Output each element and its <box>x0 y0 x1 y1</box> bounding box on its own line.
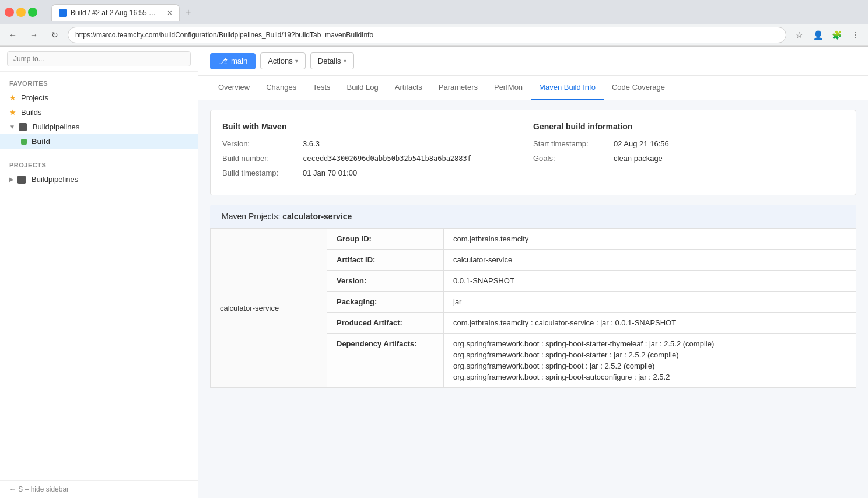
main-branch-btn[interactable]: ⎇ main <box>210 53 256 69</box>
settings-icon[interactable]: ⋮ <box>847 27 863 43</box>
window-close-btn[interactable] <box>5 8 14 17</box>
back-btn[interactable]: ← <box>5 27 21 43</box>
goals-row: Goals: clean package <box>533 154 844 163</box>
title-bar: Build / #2 at 2 Aug 16:55 — Tea... × + <box>0 0 868 24</box>
actions-label: Actions <box>268 57 293 65</box>
maven-projects-section: Maven Projects: calculator-service calcu… <box>210 205 856 388</box>
reload-btn[interactable]: ↻ <box>47 27 63 43</box>
packaging-label: Packaging: <box>327 292 444 313</box>
project-name-cell: calculator-service <box>211 229 327 388</box>
start-timestamp-value: 02 Aug 21 16:56 <box>614 139 669 148</box>
details-label: Details <box>318 57 341 65</box>
tab-title: Build / #2 at 2 Aug 16:55 — Tea... <box>71 9 162 17</box>
favorites-title: FAVORITES <box>0 76 198 90</box>
tab-close-btn[interactable]: × <box>167 8 172 17</box>
main-content: ⎇ main Actions ▾ Details ▾ Overview Chan… <box>198 47 868 498</box>
maven-projects-prefix: Maven Projects: <box>222 212 280 221</box>
goals-value: clean package <box>614 154 663 163</box>
maven-projects-name: calculator-service <box>282 212 352 221</box>
main-branch-label: main <box>231 57 247 65</box>
sidebar-search-area <box>0 47 198 72</box>
version-field-label: Version: <box>327 271 444 292</box>
branch-icon: ⎇ <box>218 57 228 66</box>
tab-strip: Build / #2 at 2 Aug 16:55 — Tea... × + <box>47 3 863 21</box>
search-input[interactable] <box>7 51 191 66</box>
collapse-arrow: ▼ <box>9 124 15 130</box>
maven-info-left: Built with Maven Version: 3.6.3 Build nu… <box>222 122 533 183</box>
forward-btn[interactable]: → <box>26 27 42 43</box>
projects-arrow: ▶ <box>9 176 14 183</box>
sidebar-item-projects[interactable]: ★ Projects <box>0 90 198 105</box>
window-max-btn[interactable] <box>28 8 37 17</box>
sidebar-item-build[interactable]: Build <box>0 134 198 149</box>
projects-grid-icon <box>18 176 26 184</box>
window-controls <box>5 8 37 17</box>
browser-toolbar: ← → ↻ ☆ 👤 🧩 ⋮ <box>0 24 868 46</box>
packaging-value: jar <box>444 292 856 313</box>
projects-buildpipelines-header[interactable]: ▶ Buildpipelines <box>0 172 198 187</box>
version-value: 3.6.3 <box>303 139 320 148</box>
tabs-bar: Overview Changes Tests Build Log Artifac… <box>198 76 868 100</box>
version-label: Version: <box>222 139 298 148</box>
sidebar-item-build-label: Build <box>32 137 51 146</box>
dep-item: org.springframework.boot : spring-boot-a… <box>453 373 846 381</box>
window-min-btn[interactable] <box>16 8 26 17</box>
maven-projects-header: Maven Projects: calculator-service <box>210 205 856 228</box>
app-layout: FAVORITES ★ Projects ★ Builds ▼ Buildpip… <box>0 47 868 498</box>
tab-code-coverage[interactable]: Code Coverage <box>604 76 673 100</box>
maven-table: calculator-service Group ID: com.jetbrai… <box>210 228 856 388</box>
buildpipelines-group-header[interactable]: ▼ Buildpipelines <box>0 120 198 134</box>
sidebar-item-builds[interactable]: ★ Builds <box>0 105 198 120</box>
projects-section: PROJECTS ▶ Buildpipelines <box>0 153 198 191</box>
projects-section-title: PROJECTS <box>0 158 198 172</box>
group-id-value: com.jetbrains.teamcity <box>444 229 856 250</box>
sidebar: FAVORITES ★ Projects ★ Builds ▼ Buildpip… <box>0 47 198 498</box>
produced-artifact-value: com.jetbrains.teamcity : calculator-serv… <box>444 313 856 334</box>
artifact-id-label: Artifact ID: <box>327 250 444 271</box>
build-info-card: Built with Maven Version: 3.6.3 Build nu… <box>210 110 856 195</box>
version-field-value: 0.0.1-SNAPSHOT <box>444 271 856 292</box>
favorites-section: FAVORITES ★ Projects ★ Builds ▼ Buildpip… <box>0 72 198 153</box>
sidebar-item-projects-label: Projects <box>21 93 48 102</box>
browser-tab[interactable]: Build / #2 at 2 Aug 16:55 — Tea... × <box>51 4 180 21</box>
tab-tests[interactable]: Tests <box>304 76 338 100</box>
hide-sidebar-btn[interactable]: ← S – hide sidebar <box>0 480 198 498</box>
buildpipelines-label: Buildpipelines <box>33 122 79 131</box>
info-card-grid: Built with Maven Version: 3.6.3 Build nu… <box>222 122 844 183</box>
goals-label: Goals: <box>533 154 609 163</box>
tab-changes[interactable]: Changes <box>258 76 304 100</box>
produced-artifact-label: Produced Artifact: <box>327 313 444 334</box>
tab-build-log[interactable]: Build Log <box>339 76 387 100</box>
build-status-icon <box>21 139 27 145</box>
address-bar[interactable] <box>68 27 786 43</box>
maven-info-right: General build information Start timestam… <box>533 122 844 183</box>
profile-icon[interactable]: 👤 <box>810 27 826 43</box>
tab-overview[interactable]: Overview <box>210 76 258 100</box>
build-number-row: Build number: cecedd343002696d0abb50b32b… <box>222 154 533 163</box>
star-icon-builds: ★ <box>9 108 16 117</box>
start-timestamp-label: Start timestamp: <box>533 139 609 148</box>
dep-list: org.springframework.boot : spring-boot-s… <box>453 339 846 381</box>
toolbar-icons: ☆ 👤 🧩 ⋮ <box>791 27 863 43</box>
details-arrow-icon: ▾ <box>344 58 346 64</box>
tab-perfmon[interactable]: PerfMon <box>486 76 531 100</box>
tab-artifacts[interactable]: Artifacts <box>387 76 430 100</box>
dependency-artifacts-value: org.springframework.boot : spring-boot-s… <box>444 334 856 388</box>
dep-item: org.springframework.boot : spring-boot :… <box>453 362 846 370</box>
new-tab-btn[interactable]: + <box>180 3 197 21</box>
dependency-artifacts-label: Dependency Artifacts: <box>327 334 444 388</box>
built-with-maven-title: Built with Maven <box>222 122 533 131</box>
build-timestamp-value: 01 Jan 70 01:00 <box>303 169 357 177</box>
tab-maven-build-info[interactable]: Maven Build Info <box>531 76 604 100</box>
bookmark-icon[interactable]: ☆ <box>791 27 807 43</box>
projects-buildpipelines-label: Buildpipelines <box>32 175 78 184</box>
star-icon: ★ <box>9 93 16 102</box>
start-timestamp-row: Start timestamp: 02 Aug 21 16:56 <box>533 139 844 148</box>
extensions-icon[interactable]: 🧩 <box>828 27 845 43</box>
tab-parameters[interactable]: Parameters <box>430 76 486 100</box>
version-row: Version: 3.6.3 <box>222 139 533 148</box>
details-btn[interactable]: Details ▾ <box>310 52 354 69</box>
actions-arrow-icon: ▾ <box>295 58 298 64</box>
dep-item: org.springframework.boot : spring-boot-s… <box>453 339 846 348</box>
actions-btn[interactable]: Actions ▾ <box>260 52 306 69</box>
